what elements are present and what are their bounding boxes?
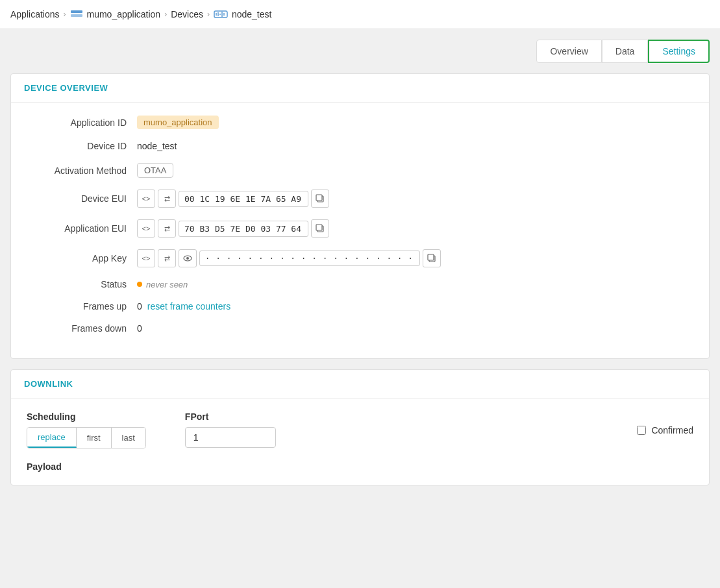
breadcrumb-device-name[interactable]: node_test — [232, 9, 272, 19]
tab-overview[interactable]: Overview — [536, 40, 601, 63]
device-overview-header: DEVICE OVERVIEW — [11, 74, 709, 103]
app-key-input[interactable] — [199, 251, 420, 266]
application-eui-label: Application EUI — [27, 223, 137, 234]
svg-rect-9 — [316, 195, 322, 201]
application-eui-swap-btn[interactable]: ⇄ — [158, 219, 176, 238]
device-eui-swap-btn[interactable]: ⇄ — [158, 190, 176, 208]
activation-method-value: OTAA — [137, 163, 173, 178]
breadcrumb-device-icon — [214, 9, 228, 19]
application-eui-row: Application EUI <> ⇄ — [27, 219, 693, 238]
sched-first-btn[interactable]: first — [77, 428, 112, 448]
fport-input[interactable] — [185, 427, 276, 448]
downlink-title: DOWNLINK — [24, 379, 696, 389]
tab-settings[interactable]: Settings — [648, 40, 710, 63]
svg-rect-1 — [71, 14, 82, 17]
status-label: Status — [27, 279, 137, 289]
device-eui-controls: <> ⇄ — [137, 190, 329, 208]
app-key-label: App Key — [27, 253, 137, 263]
breadcrumb-app-icon — [70, 10, 83, 19]
copy-icon — [316, 194, 325, 203]
breadcrumb-app-name[interactable]: mumo_application — [87, 9, 161, 19]
downlink-header: DOWNLINK — [11, 370, 709, 398]
status-dot — [137, 282, 142, 287]
device-eui-copy-btn[interactable] — [311, 190, 329, 208]
activation-method-label: Activation Method — [27, 165, 137, 176]
sched-replace-btn[interactable]: replace — [27, 428, 77, 448]
status-row: Status never seen — [27, 279, 693, 289]
device-id-value: node_test — [137, 141, 177, 151]
device-eui-code-btn[interactable]: <> — [137, 190, 155, 208]
breadcrumb: Applications › mumo_application › Device… — [0, 0, 720, 29]
device-overview-body: Application ID mumo_application Device I… — [11, 103, 709, 358]
application-eui-input[interactable] — [179, 221, 308, 237]
device-icon — [214, 9, 228, 19]
confirmed-checkbox[interactable] — [637, 426, 646, 435]
breadcrumb-devices[interactable]: Devices — [171, 9, 203, 19]
reset-frame-counters-link[interactable]: reset frame counters — [147, 301, 230, 312]
device-id-row: Device ID node_test — [27, 141, 693, 151]
app-key-eye-btn[interactable] — [179, 249, 197, 267]
breadcrumb-sep-3: › — [207, 10, 210, 19]
copy-icon-3 — [427, 254, 436, 263]
fport-group: FPort — [185, 411, 276, 448]
app-key-swap-btn[interactable]: ⇄ — [158, 249, 176, 267]
activation-method-row: Activation Method OTAA — [27, 163, 693, 178]
main-content: DEVICE OVERVIEW Application ID mumo_appl… — [0, 63, 720, 506]
frames-down-row: Frames down 0 — [27, 323, 693, 334]
device-eui-row: Device EUI <> ⇄ — [27, 190, 693, 208]
copy-icon-2 — [316, 224, 325, 233]
confirmed-row: Confirmed — [637, 425, 693, 435]
frames-up-row: Frames up 0 reset frame counters — [27, 301, 693, 312]
downlink-row: Scheduling replace first last FPort Conf… — [27, 411, 693, 448]
device-overview-card: DEVICE OVERVIEW Application ID mumo_appl… — [10, 73, 710, 359]
app-key-row: App Key <> ⇄ — [27, 249, 693, 267]
frames-up-label: Frames up — [27, 301, 137, 312]
confirmed-label: Confirmed — [651, 425, 693, 435]
breadcrumb-sep-2: › — [164, 10, 167, 19]
application-eui-controls: <> ⇄ — [137, 219, 329, 238]
tab-data[interactable]: Data — [602, 40, 649, 63]
app-key-code-btn[interactable]: <> — [137, 249, 155, 267]
breadcrumb-sep-1: › — [64, 10, 66, 19]
status-value-row: never seen — [137, 280, 188, 289]
svg-rect-11 — [316, 225, 322, 230]
svg-point-13 — [186, 257, 189, 260]
downlink-body: Scheduling replace first last FPort Conf… — [11, 398, 709, 485]
breadcrumb-applications[interactable]: Applications — [10, 9, 60, 19]
sched-last-btn[interactable]: last — [112, 428, 145, 448]
device-id-label: Device ID — [27, 141, 137, 151]
application-id-value: mumo_application — [137, 116, 219, 129]
frames-down-value: 0 — [137, 323, 142, 334]
downlink-card: DOWNLINK Scheduling replace first last F… — [10, 369, 710, 485]
app-key-controls: <> ⇄ — [137, 249, 441, 267]
application-eui-copy-btn[interactable] — [311, 219, 329, 238]
layers-icon — [70, 10, 83, 19]
application-id-row: Application ID mumo_application — [27, 116, 693, 129]
app-key-copy-btn[interactable] — [423, 249, 441, 267]
svg-rect-0 — [71, 10, 82, 13]
fport-label: FPort — [185, 411, 276, 422]
scheduling-group: Scheduling replace first last — [27, 411, 146, 448]
payload-label: Payload — [27, 461, 693, 472]
device-overview-title: DEVICE OVERVIEW — [24, 83, 696, 93]
status-text: never seen — [146, 280, 188, 289]
eye-icon — [183, 255, 192, 262]
frames-down-label: Frames down — [27, 323, 137, 334]
frames-up-value: 0 — [137, 301, 142, 312]
scheduling-label: Scheduling — [27, 411, 146, 422]
tab-bar: Overview Data Settings — [0, 29, 720, 63]
scheduling-buttons: replace first last — [27, 427, 146, 448]
device-eui-label: Device EUI — [27, 193, 137, 204]
svg-rect-15 — [428, 254, 434, 260]
application-id-label: Application ID — [27, 117, 137, 128]
device-eui-input[interactable] — [179, 191, 308, 207]
application-eui-code-btn[interactable]: <> — [137, 219, 155, 238]
